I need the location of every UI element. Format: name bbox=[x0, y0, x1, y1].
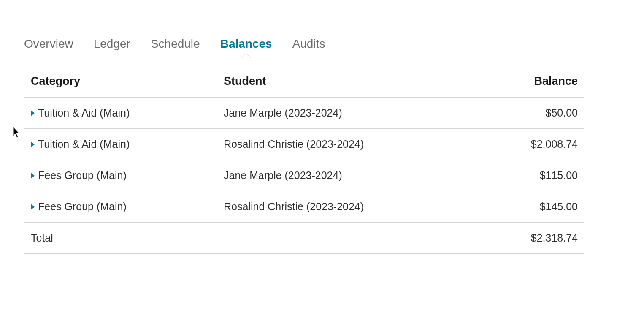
expand-caret-icon[interactable] bbox=[31, 204, 35, 210]
expand-caret-icon[interactable] bbox=[31, 110, 35, 116]
balance-cell: $115.00 bbox=[481, 160, 584, 191]
expand-caret-icon[interactable] bbox=[31, 141, 35, 147]
student-cell: Jane Marple (2023-2024) bbox=[217, 98, 481, 129]
tab-balances[interactable]: Balances bbox=[220, 37, 272, 57]
balance-cell: $145.00 bbox=[481, 191, 584, 223]
category-label: Fees Group (Main) bbox=[38, 201, 127, 213]
category-label: Fees Group (Main) bbox=[38, 169, 127, 182]
table-row[interactable]: Tuition & Aid (Main) Jane Marple (2023-2… bbox=[24, 98, 584, 129]
tab-bar: Overview Ledger Schedule Balances Audits bbox=[0, 0, 644, 57]
balance-cell: $50.00 bbox=[481, 98, 584, 129]
tab-overview[interactable]: Overview bbox=[24, 37, 73, 57]
column-header-student: Student bbox=[217, 65, 481, 98]
expand-caret-icon[interactable] bbox=[31, 173, 35, 179]
category-label: Tuition & Aid (Main) bbox=[38, 138, 130, 150]
column-header-category: Category bbox=[24, 65, 217, 98]
column-header-balance: Balance bbox=[481, 65, 584, 98]
total-row: Total $2,318.74 bbox=[24, 223, 584, 254]
student-cell: Rosalind Christie (2023-2024) bbox=[217, 129, 481, 160]
table-row[interactable]: Fees Group (Main) Rosalind Christie (202… bbox=[24, 191, 584, 223]
tab-ledger[interactable]: Ledger bbox=[94, 37, 130, 57]
total-value: $2,318.74 bbox=[481, 223, 584, 254]
tab-audits[interactable]: Audits bbox=[292, 37, 325, 57]
table-row[interactable]: Tuition & Aid (Main) Rosalind Christie (… bbox=[24, 129, 584, 160]
balances-table: Category Student Balance Tuition & Aid (… bbox=[24, 65, 584, 254]
table-row[interactable]: Fees Group (Main) Jane Marple (2023-2024… bbox=[24, 160, 584, 191]
student-cell: Rosalind Christie (2023-2024) bbox=[217, 191, 481, 223]
balance-cell: $2,008.74 bbox=[481, 129, 584, 160]
tab-schedule[interactable]: Schedule bbox=[151, 37, 200, 57]
student-cell: Jane Marple (2023-2024) bbox=[217, 160, 481, 191]
category-label: Tuition & Aid (Main) bbox=[38, 107, 130, 119]
total-label: Total bbox=[24, 223, 217, 254]
